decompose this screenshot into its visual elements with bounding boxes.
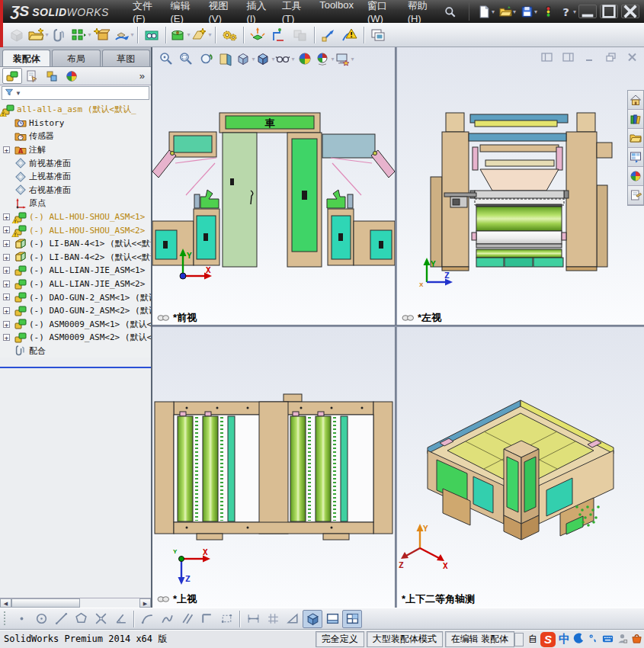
menu-item-2[interactable]: 视图(V) [201, 0, 239, 26]
tree-item-11[interactable]: +(-) LI-BAN-4<2> (默认<<默认 [0, 251, 151, 265]
expand-toggle[interactable]: + [3, 307, 10, 314]
tree-item-1[interactable]: History [0, 117, 151, 130]
rollback-bar[interactable] [0, 367, 151, 368]
tree-item-13[interactable]: +(-) ALL-LIAN-JIE_ASM<2> (默 [0, 277, 151, 291]
tree-item-14[interactable]: +(-) DAO-GUN-2_ASM<1> (默认 [0, 290, 151, 304]
instant3d-icon[interactable] [318, 24, 339, 46]
expand-toggle[interactable]: + [3, 240, 10, 247]
tangent-arc-icon[interactable] [137, 610, 157, 628]
expand-toggle[interactable]: + [3, 226, 10, 233]
exploded-view-icon[interactable] [247, 24, 268, 46]
restore-button[interactable] [600, 5, 618, 18]
expand-toggle[interactable]: + [3, 254, 10, 261]
open-document-icon[interactable] [497, 5, 518, 18]
scroll-left-arrow[interactable]: ◀ [0, 598, 11, 608]
minimize-doc-button[interactable] [584, 52, 595, 63]
propertymanager-icon[interactable] [22, 68, 42, 84]
hide-show-items-icon[interactable] [275, 50, 295, 68]
ime-moon-icon[interactable] [573, 633, 585, 646]
tree-item-16[interactable]: +(-) ASM0009_ASM<1> (默认< [0, 318, 151, 332]
dimension-icon[interactable] [243, 610, 263, 628]
help-icon[interactable]: ? [557, 5, 578, 18]
sogou-ime-icon[interactable]: S [540, 632, 556, 647]
reference-geometry-icon[interactable] [191, 24, 212, 46]
zoom-to-area-icon[interactable] [176, 50, 196, 68]
expand-toggle[interactable]: + [3, 267, 10, 274]
curves-icon[interactable]: ! [339, 24, 360, 46]
zoom-to-fit-icon[interactable] [156, 50, 176, 68]
split-left-button[interactable] [541, 52, 553, 63]
viewport-isometric[interactable]: Y X Z [397, 327, 644, 608]
four-viewport-icon[interactable] [342, 610, 362, 628]
close-button[interactable] [621, 5, 639, 18]
assembly-features-icon[interactable] [169, 24, 191, 46]
tree-item-0[interactable]: all-all-a_asm (默认<默认_ [0, 103, 151, 117]
trim-entities-icon[interactable] [91, 610, 111, 628]
tree-item-18[interactable]: 配合 [0, 345, 151, 358]
expand-toggle[interactable]: + [3, 281, 10, 287]
ime-user-icon[interactable] [617, 633, 628, 646]
tree-item-2[interactable]: 传感器 [0, 130, 151, 143]
save-icon[interactable] [518, 5, 540, 18]
menu-item-1[interactable]: 编辑(E) [163, 0, 201, 26]
ime-language-toggle[interactable]: 中 [559, 632, 570, 646]
tree-item-5[interactable]: 上视基准面 [0, 170, 151, 184]
spline-icon[interactable] [157, 610, 177, 628]
scroll-thumb[interactable] [11, 598, 80, 608]
configuration-manager-icon[interactable] [42, 68, 62, 84]
tree-item-3[interactable]: +A注解 [0, 143, 151, 157]
viewport-front[interactable]: 車 Y X [152, 47, 395, 325]
expand-toggle[interactable]: + [3, 321, 10, 328]
sketch-point-icon[interactable] [11, 610, 31, 628]
menu-item-4[interactable]: 工具(T) [275, 0, 312, 26]
tree-item-6[interactable]: 右视基准面 [0, 184, 151, 197]
expand-toggle[interactable]: + [3, 334, 10, 341]
expand-toggle[interactable]: + [3, 146, 10, 153]
split-right-button[interactable] [562, 52, 574, 63]
tree-item-9[interactable]: +(-) ALL-HOU-SHOU_ASM<2> [0, 223, 151, 237]
menu-item-7[interactable]: 帮助(H) [401, 0, 440, 26]
viewport-splitter-vertical[interactable] [395, 47, 397, 608]
view-settings-icon[interactable] [335, 50, 354, 68]
shaded-with-edges-icon[interactable] [303, 610, 322, 628]
search-icon[interactable] [444, 4, 457, 19]
measure-icon[interactable] [283, 610, 303, 628]
sketch-circle-icon[interactable] [31, 610, 51, 628]
design-library-icon[interactable] [628, 110, 643, 129]
parallel-lines-icon[interactable] [177, 610, 197, 628]
featuremanager-tree-icon[interactable] [2, 68, 22, 84]
viewport-left[interactable]: Y Z X [397, 47, 644, 325]
panel-tab-1[interactable]: 布局 [52, 50, 100, 66]
tree-item-10[interactable]: +(-) LI-BAN-4<1> (默认<<默认 [0, 237, 151, 251]
tree-filter[interactable]: ▼ [2, 86, 149, 100]
minimize-button[interactable] [578, 5, 597, 18]
tree-item-4[interactable]: 前视基准面 [0, 156, 151, 170]
snapshot-icon[interactable] [367, 24, 389, 46]
new-motion-study-icon[interactable] [219, 24, 240, 46]
tree-item-15[interactable]: +(-) DAO-GUN-2_ASM<2> (默认 [0, 304, 151, 318]
custom-properties-icon[interactable] [628, 186, 643, 205]
section-view-icon[interactable] [216, 50, 235, 68]
ime-toolbox-icon[interactable] [631, 633, 642, 646]
previous-view-icon[interactable] [196, 50, 216, 68]
menu-item-5[interactable]: Toolbox [312, 0, 360, 26]
menu-item-0[interactable]: 文件(F) [126, 0, 163, 26]
explode-line-sketch-icon[interactable] [268, 24, 290, 46]
display-style-icon[interactable] [255, 50, 275, 68]
viewport-splitter-horizontal[interactable] [152, 325, 644, 327]
file-explorer-icon[interactable] [628, 129, 643, 148]
tree-item-12[interactable]: +(-) ALL-LIAN-JIE_ASM<1> (默 [0, 264, 151, 277]
toolbar-drag-handle[interactable] [3, 611, 7, 627]
home-icon[interactable] [628, 91, 643, 110]
menu-item-6[interactable]: 窗口(W) [360, 0, 401, 26]
open-component-icon[interactable] [27, 24, 49, 46]
overflow-chevron[interactable]: » [139, 70, 145, 82]
corner-rectangle-icon[interactable] [197, 610, 216, 628]
new-document-icon[interactable] [476, 5, 497, 18]
construction-geometry-icon[interactable] [216, 610, 236, 628]
ime-keyboard-icon[interactable] [602, 633, 614, 646]
apply-scene-icon[interactable] [315, 50, 335, 68]
tree-item-8[interactable]: +(-) ALL-HOU-SHOU_ASM<1> [0, 210, 151, 224]
panel-tab-0[interactable]: 装配体 [2, 50, 50, 66]
viewport-top[interactable]: X Z Y [152, 327, 395, 608]
